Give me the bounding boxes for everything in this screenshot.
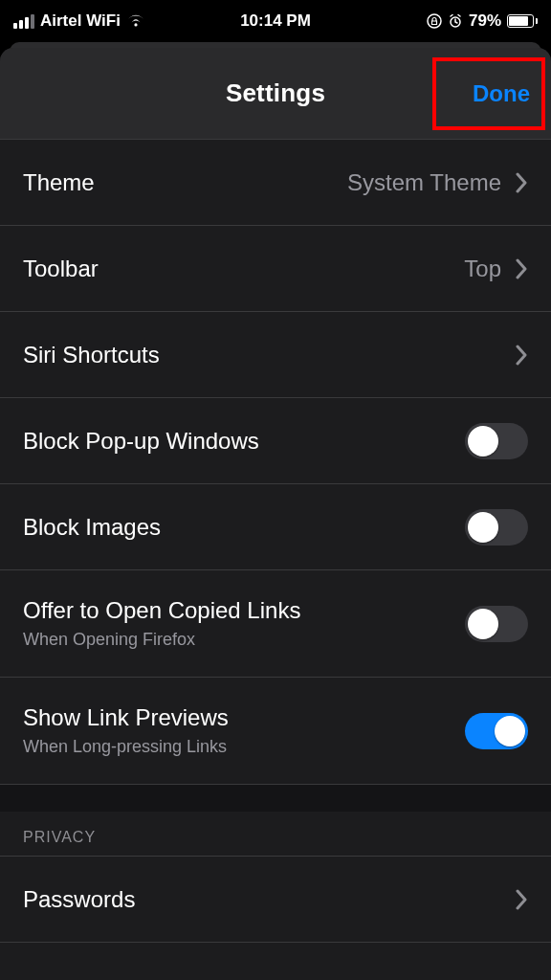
settings-sheet: Settings Done Theme System Theme Toolbar… (0, 48, 551, 980)
signal-icon (13, 14, 34, 29)
row-label: Passwords (23, 886, 515, 913)
row-value: System Theme (347, 169, 501, 196)
row-label: Block Images (23, 514, 465, 541)
row-label: Show Link Previews (23, 704, 465, 731)
orientation-lock-icon (427, 13, 442, 29)
row-theme[interactable]: Theme System Theme (0, 140, 551, 226)
row-link-previews: Show Link Previews When Long-pressing Li… (0, 678, 551, 785)
chevron-right-icon (515, 345, 528, 366)
section-header-privacy: PRIVACY (0, 812, 551, 857)
row-toolbar[interactable]: Toolbar Top (0, 226, 551, 312)
chevron-right-icon (515, 258, 528, 279)
row-label: Theme (23, 169, 347, 196)
row-siri-shortcuts[interactable]: Siri Shortcuts (0, 312, 551, 398)
status-time: 10:14 PM (240, 11, 311, 31)
row-copied-links: Offer to Open Copied Links When Opening … (0, 570, 551, 678)
toggle-link-previews[interactable] (465, 713, 528, 749)
page-title: Settings (226, 78, 325, 108)
carrier-label: Airtel WiFi (40, 11, 121, 31)
row-sublabel: When Opening Firefox (23, 630, 465, 650)
toggle-copied-links[interactable] (465, 606, 528, 642)
status-right: 79% (427, 11, 538, 31)
alarm-icon (448, 13, 463, 29)
section-gap (0, 785, 551, 812)
status-left: Airtel WiFi (13, 11, 145, 31)
row-label: Siri Shortcuts (23, 342, 515, 368)
nav-header: Settings Done (0, 48, 551, 140)
battery-percent: 79% (469, 11, 501, 31)
toggle-block-popups[interactable] (465, 423, 528, 459)
row-block-images: Block Images (0, 484, 551, 570)
chevron-right-icon (515, 889, 528, 910)
row-label: Toolbar (23, 256, 464, 282)
status-bar: Airtel WiFi 10:14 PM 79% (0, 0, 551, 42)
battery-icon (507, 14, 538, 28)
row-label: Offer to Open Copied Links (23, 597, 465, 624)
done-button[interactable]: Done (473, 80, 530, 107)
chevron-right-icon (515, 172, 528, 193)
row-sublabel: When Long-pressing Links (23, 737, 465, 757)
settings-list: Theme System Theme Toolbar Top Siri Shor… (0, 140, 551, 943)
wifi-icon (126, 14, 145, 28)
toggle-block-images[interactable] (465, 509, 528, 546)
row-block-popups: Block Pop-up Windows (0, 398, 551, 484)
row-value: Top (464, 256, 501, 282)
row-label: Block Pop-up Windows (23, 428, 465, 455)
row-passwords[interactable]: Passwords (0, 857, 551, 943)
